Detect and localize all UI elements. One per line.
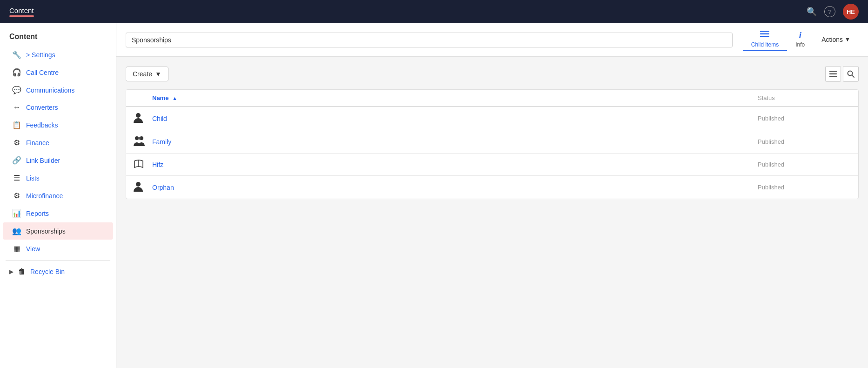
sidebar-item-label: > Settings (26, 51, 55, 59)
col-checkbox (134, 94, 152, 101)
tab-info[interactable]: i Info (787, 29, 813, 51)
content-header: Child items i Info Actions ▼ (116, 23, 868, 57)
sidebar-item-feedbacks[interactable]: 📋 Feedbacks (3, 116, 113, 134)
sidebar-item-label: Converters (26, 104, 58, 111)
sidebar-divider (6, 260, 110, 261)
reports-icon: 📊 (12, 209, 21, 218)
row-icon-child (134, 113, 152, 124)
microfinance-icon: ⚙ (12, 191, 21, 200)
recycle-bin-label: Recycle Bin (30, 268, 65, 275)
row-icon-family (134, 136, 152, 147)
sidebar-item-reports[interactable]: 📊 Reports (3, 205, 113, 222)
sidebar-item-converters[interactable]: ↔ Converters (3, 99, 113, 116)
lists-icon: ☰ (12, 174, 21, 182)
sidebar-item-sponsorships[interactable]: 👥 Sponsorships (3, 222, 113, 240)
col-status-header: Status (758, 94, 851, 101)
chevron-down-icon: ▼ (845, 36, 850, 43)
sidebar-item-finance[interactable]: ⚙ Finance (3, 134, 113, 151)
child-items-icon (760, 31, 769, 40)
communications-icon: 💬 (12, 86, 21, 94)
help-icon[interactable]: ? (824, 6, 835, 17)
sidebar-item-label: Communications (26, 87, 74, 94)
toolbar: Create ▼ (126, 66, 859, 82)
tab-actions[interactable]: Actions ▼ (813, 34, 859, 46)
svg-line-7 (852, 75, 855, 78)
table-row: Orphan Published (126, 176, 858, 199)
svg-rect-2 (760, 36, 769, 37)
sidebar-item-label: Lists (26, 174, 40, 182)
sort-asc-icon: ▲ (172, 95, 177, 101)
data-table: Name ▲ Status Child Published (126, 89, 859, 199)
tab-child-items[interactable]: Child items (743, 29, 787, 51)
tab-bar: Child items i Info Actions ▼ (743, 29, 859, 51)
converters-icon: ↔ (12, 103, 21, 112)
recycle-bin-icon: 🗑 (18, 268, 26, 276)
sidebar-item-label: View (26, 245, 40, 253)
search-table-button[interactable] (843, 66, 859, 82)
row-name-orphan[interactable]: Orphan (152, 184, 758, 191)
finance-icon: ⚙ (12, 138, 21, 147)
sidebar-item-recycle-bin[interactable]: ▶ 🗑 Recycle Bin (0, 263, 116, 280)
sponsorships-icon: 👥 (12, 227, 21, 235)
tab-info-label: Info (795, 41, 805, 48)
search-icon[interactable]: 🔍 (807, 7, 817, 17)
sidebar-item-label: Feedbacks (26, 121, 58, 129)
dropdown-arrow-icon: ▼ (155, 70, 161, 78)
create-button[interactable]: Create ▼ (126, 67, 168, 81)
sidebar-item-label: Microfinance (26, 192, 63, 200)
create-label: Create (133, 70, 152, 78)
sidebar-item-label: Sponsorships (26, 227, 66, 235)
sidebar-item-call-centre[interactable]: 🎧 Call Centre (3, 64, 113, 81)
sidebar-item-label: Reports (26, 210, 49, 217)
info-icon: i (799, 31, 801, 40)
svg-rect-4 (829, 74, 837, 75)
content-body: Create ▼ (116, 57, 868, 208)
row-name-hifz[interactable]: Hifz (152, 161, 758, 168)
sidebar-item-settings[interactable]: 🔧 > Settings (3, 46, 113, 63)
row-icon-hifz (134, 159, 152, 170)
sidebar-item-label: Call Centre (26, 69, 59, 76)
sidebar-header: Content (0, 23, 116, 46)
svg-rect-0 (760, 31, 769, 32)
col-name-header[interactable]: Name ▲ (152, 94, 758, 101)
main-content: Child items i Info Actions ▼ Create ▼ (116, 23, 868, 368)
row-status-child: Published (758, 115, 851, 122)
svg-point-11 (138, 137, 141, 140)
link-builder-icon: 🔗 (12, 156, 21, 165)
app-title: Content (9, 7, 34, 17)
actions-label: Actions (821, 36, 843, 43)
row-name-child[interactable]: Child (152, 115, 758, 122)
svg-rect-5 (829, 76, 837, 77)
toolbar-right (825, 66, 859, 82)
feedbacks-icon: 📋 (12, 120, 21, 129)
settings-icon: 🔧 (12, 50, 21, 59)
sidebar-item-label: Finance (26, 139, 49, 147)
expand-arrow: ▶ (9, 268, 13, 275)
table-row: Hifz Published (126, 154, 858, 176)
top-bar: Content 🔍 ? HE (0, 0, 868, 23)
avatar[interactable]: HE (843, 4, 859, 20)
row-status-hifz: Published (758, 161, 851, 168)
view-icon: ▦ (12, 244, 21, 253)
breadcrumb-input[interactable] (126, 33, 733, 47)
table-header: Name ▲ Status (126, 90, 858, 107)
call-centre-icon: 🎧 (12, 68, 21, 77)
layout: Content 🔧 > Settings 🎧 Call Centre 💬 Com… (0, 23, 868, 368)
sidebar-item-lists[interactable]: ☰ Lists (3, 169, 113, 187)
sidebar-item-communications[interactable]: 💬 Communications (3, 81, 113, 99)
sidebar-item-link-builder[interactable]: 🔗 Link Builder (3, 152, 113, 169)
svg-rect-1 (760, 33, 769, 35)
row-status-family: Published (758, 138, 851, 145)
sidebar: Content 🔧 > Settings 🎧 Call Centre 💬 Com… (0, 23, 116, 368)
tab-child-items-label: Child items (751, 41, 779, 48)
sidebar-item-view[interactable]: ▦ View (3, 240, 113, 257)
row-icon-orphan (134, 181, 152, 193)
list-view-button[interactable] (825, 66, 841, 82)
row-status-orphan: Published (758, 184, 851, 191)
svg-point-13 (136, 182, 141, 187)
sidebar-item-label: Link Builder (26, 157, 60, 164)
row-name-family[interactable]: Family (152, 138, 758, 146)
svg-point-8 (136, 113, 141, 118)
sidebar-item-microfinance[interactable]: ⚙ Microfinance (3, 187, 113, 204)
table-row: Family Published (126, 130, 858, 154)
